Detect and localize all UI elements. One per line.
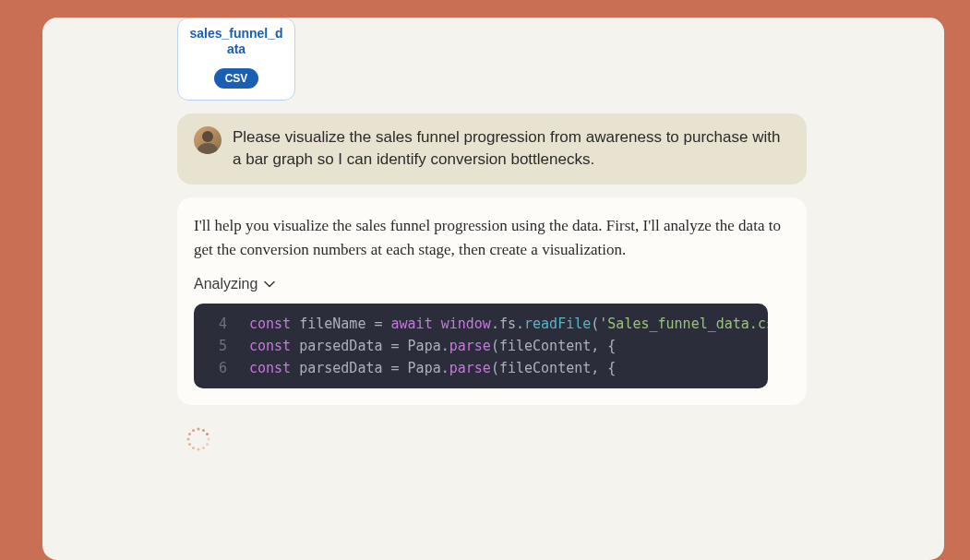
code-content: const fileName = await window.fs.readFil… xyxy=(249,313,768,335)
line-number: 6 xyxy=(209,357,227,379)
file-attachment[interactable]: sales_funnel_data CSV xyxy=(177,18,295,101)
line-number: 5 xyxy=(209,335,227,357)
code-line: 4const fileName = await window.fs.readFi… xyxy=(194,313,768,335)
file-type-badge: CSV xyxy=(214,68,259,89)
code-line: 6const parsedData = Papa.parse(fileConte… xyxy=(194,357,768,379)
analyzing-toggle[interactable]: Analyzing xyxy=(194,276,790,292)
user-avatar xyxy=(194,126,222,154)
analyzing-label: Analyzing xyxy=(194,276,257,292)
code-block: 4const fileName = await window.fs.readFi… xyxy=(194,304,768,388)
code-content: const parsedData = Papa.parse(fileConten… xyxy=(249,335,616,357)
loading-spinner-icon xyxy=(186,427,210,451)
main-panel: sales_funnel_data CSV Please visualize t… xyxy=(42,18,944,560)
code-line: 5const parsedData = Papa.parse(fileConte… xyxy=(194,335,768,357)
assistant-message-text: I'll help you visualize the sales funnel… xyxy=(194,214,790,263)
code-content: const parsedData = Papa.parse(fileConten… xyxy=(249,357,616,379)
file-name: sales_funnel_data xyxy=(189,26,283,57)
user-message: Please visualize the sales funnel progre… xyxy=(177,113,807,185)
assistant-message: I'll help you visualize the sales funnel… xyxy=(177,197,807,405)
content-area: sales_funnel_data CSV Please visualize t… xyxy=(42,18,944,451)
user-message-text: Please visualize the sales funnel progre… xyxy=(233,126,790,172)
chevron-down-icon xyxy=(263,278,276,291)
line-number: 4 xyxy=(209,313,227,335)
